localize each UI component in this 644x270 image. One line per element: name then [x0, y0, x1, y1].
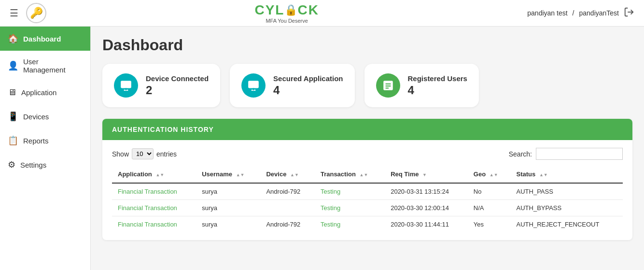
- cell-geo: N/A: [468, 200, 511, 216]
- logo-lock-icon: 🔒: [284, 4, 297, 16]
- stat-card-device-connected: Device Connected 2: [102, 64, 220, 107]
- logo-center: CYL 🔒 CK MFA You Deserve: [254, 2, 319, 24]
- sidebar-item-devices[interactable]: 📱 Devices: [0, 104, 90, 128]
- cell-device: Android-792: [260, 216, 314, 233]
- navbar-username: pandiyanTest: [579, 9, 619, 17]
- cell-transaction: Testing: [315, 183, 385, 200]
- registered-users-value: 4: [408, 84, 467, 97]
- col-geo[interactable]: Geo ▲▼: [468, 166, 511, 183]
- cell-geo: Yes: [468, 216, 511, 233]
- stat-info-device-connected: Device Connected 2: [146, 74, 209, 97]
- sidebar-label-reports: Reports: [23, 137, 49, 145]
- sidebar-label-devices: Devices: [23, 113, 49, 121]
- sort-username-icon[interactable]: ▲▼: [236, 172, 245, 177]
- sidebar-label-application: Application: [21, 88, 56, 97]
- auth-history-section: AUTHENTICATION HISTORY Show 10 25 50 ent…: [102, 119, 632, 240]
- application-link[interactable]: Financial Transaction: [118, 188, 177, 195]
- sidebar-item-user-management[interactable]: 👤 User Management: [0, 51, 90, 81]
- entries-label: entries: [156, 150, 177, 158]
- col-transaction[interactable]: Transaction ▲▼: [315, 166, 385, 183]
- col-req-time[interactable]: Req Time ▼: [385, 166, 468, 183]
- svg-rect-1: [121, 81, 131, 88]
- sort-reqtime-icon[interactable]: ▼: [422, 172, 427, 177]
- sort-device-icon[interactable]: ▲▼: [290, 172, 299, 177]
- secured-application-label: Secured Application: [273, 74, 343, 83]
- key-icon: 🔑: [30, 7, 43, 19]
- logo-brand-text2: CK: [297, 2, 319, 18]
- navbar-separator: /: [573, 9, 574, 17]
- navbar-left: ☰ 🔑: [10, 3, 46, 23]
- registered-users-icon: [376, 73, 400, 98]
- cell-req-time: 2020-03-31 13:15:24: [385, 183, 468, 200]
- stats-row: Device Connected 2 Secured Application 4: [102, 64, 632, 107]
- secured-application-value: 4: [273, 84, 343, 97]
- settings-icon: ⚙: [8, 159, 15, 170]
- cell-geo: No: [468, 183, 511, 200]
- auth-history-body: Show 10 25 50 entries Search:: [102, 140, 632, 240]
- table-row: Financial Transaction surya Testing 2020…: [112, 200, 623, 216]
- table-header: Application ▲▼ Username ▲▼ Device ▲▼: [112, 166, 623, 183]
- table-header-row: Application ▲▼ Username ▲▼ Device ▲▼: [112, 166, 623, 183]
- cell-device: Android-792: [260, 183, 314, 200]
- sidebar-item-reports[interactable]: 📋 Reports: [0, 128, 90, 153]
- search-input[interactable]: [536, 148, 623, 160]
- auth-history-table: Application ▲▼ Username ▲▼ Device ▲▼: [112, 166, 623, 232]
- sort-transaction-icon[interactable]: ▲▼: [360, 172, 368, 177]
- col-device[interactable]: Device ▲▼: [260, 166, 314, 183]
- stat-card-secured-application: Secured Application 4: [230, 64, 354, 107]
- sidebar-item-settings[interactable]: ⚙ Settings: [0, 153, 90, 177]
- sidebar-label-settings: Settings: [20, 161, 46, 169]
- navbar-right: pandiyan test / pandiyanTest: [527, 7, 634, 20]
- sidebar-item-application[interactable]: 🖥 Application: [0, 81, 90, 104]
- table-body: Financial Transaction surya Android-792 …: [112, 183, 623, 232]
- logo-brand-text: CYL: [254, 2, 284, 18]
- application-link[interactable]: Financial Transaction: [118, 221, 177, 228]
- show-label: Show: [112, 150, 129, 158]
- sidebar-label-dashboard: Dashboard: [23, 35, 61, 43]
- registered-users-label: Registered Users: [408, 74, 467, 83]
- auth-history-header: AUTHENTICATION HISTORY: [102, 119, 632, 140]
- device-connected-value: 2: [146, 84, 209, 97]
- device-connected-icon: [114, 73, 138, 98]
- search-box: Search:: [509, 148, 623, 160]
- sidebar: 🏠 Dashboard 👤 User Management 🖥 Applicat…: [0, 27, 91, 270]
- sort-geo-icon[interactable]: ▲▼: [490, 172, 498, 177]
- user-management-icon: 👤: [8, 60, 18, 71]
- sort-status-icon[interactable]: ▲▼: [539, 172, 548, 177]
- device-connected-label: Device Connected: [146, 74, 209, 83]
- search-label: Search:: [509, 150, 532, 158]
- svg-rect-4: [248, 81, 259, 88]
- logo-subtitle: MFA You Deserve: [266, 18, 308, 24]
- transaction-link[interactable]: Testing: [321, 221, 340, 228]
- hamburger-icon[interactable]: ☰: [10, 7, 18, 19]
- cell-req-time: 2020-03-30 12:00:14: [385, 200, 468, 216]
- cell-req-time: 2020-03-30 11:44:11: [385, 216, 468, 233]
- svg-rect-8: [385, 84, 391, 85]
- transaction-link[interactable]: Testing: [321, 188, 340, 195]
- cell-application: Financial Transaction: [112, 183, 196, 200]
- logout-icon[interactable]: [624, 7, 634, 20]
- sort-application-icon[interactable]: ▲▼: [155, 172, 164, 177]
- application-link[interactable]: Financial Transaction: [118, 204, 177, 212]
- show-entries: Show 10 25 50 entries: [112, 148, 177, 159]
- stat-info-registered-users: Registered Users 4: [408, 74, 467, 97]
- entries-select[interactable]: 10 25 50: [132, 148, 154, 159]
- col-status[interactable]: Status ▲▼: [511, 166, 623, 183]
- transaction-link[interactable]: Testing: [321, 204, 340, 212]
- logo-icon: 🔑: [26, 3, 46, 23]
- col-application[interactable]: Application ▲▼: [112, 166, 196, 183]
- content-area: Dashboard Device Connected 2: [91, 27, 644, 270]
- col-username[interactable]: Username ▲▼: [196, 166, 260, 183]
- table-row: Financial Transaction surya Android-792 …: [112, 216, 623, 233]
- sidebar-item-dashboard[interactable]: 🏠 Dashboard: [0, 27, 90, 51]
- cell-status: AUTH_BYPASS: [511, 200, 623, 216]
- navbar-user: pandiyan test: [527, 9, 567, 17]
- navbar: ☰ 🔑 CYL 🔒 CK MFA You Deserve pandiyan te…: [0, 0, 644, 27]
- stat-info-secured-application: Secured Application 4: [273, 74, 343, 97]
- logo-text: CYL 🔒 CK: [254, 2, 319, 18]
- svg-rect-9: [385, 85, 391, 86]
- svg-rect-10: [385, 87, 389, 88]
- main-layout: 🏠 Dashboard 👤 User Management 🖥 Applicat…: [0, 27, 644, 270]
- table-controls: Show 10 25 50 entries Search:: [112, 148, 623, 160]
- page-title: Dashboard: [102, 36, 632, 54]
